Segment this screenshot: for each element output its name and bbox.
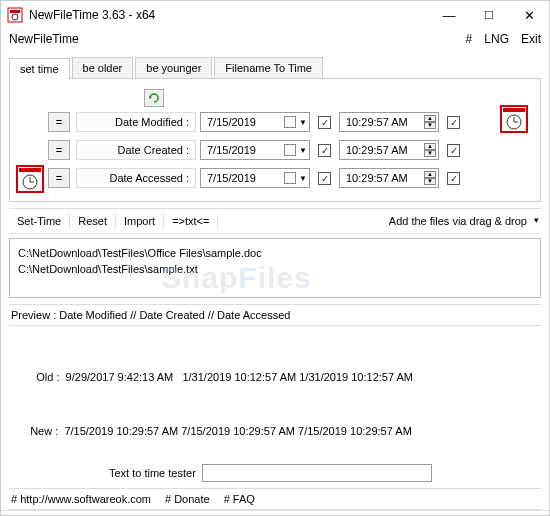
tab-filename-to-time[interactable]: Filename To Time <box>214 57 323 78</box>
list-item[interactable]: C:\NetDownload\TestFiles\sample.txt <box>18 261 532 277</box>
maximize-button[interactable]: ☐ <box>469 1 509 29</box>
tab-be-younger[interactable]: be younger <box>135 57 212 78</box>
menu-lng[interactable]: LNG <box>484 32 509 46</box>
label-created: Date Created : <box>76 140 196 160</box>
preview-new: New : 7/15/2019 10:29:57 AM 7/15/2019 10… <box>21 422 529 440</box>
minimize-button[interactable]: — <box>429 1 469 29</box>
clock-left-icon[interactable] <box>16 165 44 193</box>
txt-button[interactable]: =>txt<= <box>164 213 218 229</box>
import-button[interactable]: Import <box>116 213 164 229</box>
link-faq[interactable]: # FAQ <box>224 493 255 505</box>
text-tester-label: Text to time tester <box>109 467 196 479</box>
menu-app[interactable]: NewFileTime <box>9 32 454 46</box>
calendar-icon[interactable] <box>284 172 296 184</box>
drag-drop-menu[interactable]: Add the files via drag & drop <box>389 215 541 227</box>
preview-old: Old : 9/29/2017 9:42:13 AM 1/31/2019 10:… <box>21 368 529 386</box>
svg-rect-4 <box>19 168 41 172</box>
calendar-icon[interactable] <box>284 144 296 156</box>
eq-created-button[interactable]: = <box>48 140 70 160</box>
eq-modified-button[interactable]: = <box>48 112 70 132</box>
text-tester-input[interactable] <box>202 464 432 482</box>
svg-rect-9 <box>503 108 525 112</box>
close-button[interactable]: ✕ <box>509 1 549 29</box>
list-item[interactable]: C:\NetDownload\TestFiles\Office Files\sa… <box>18 245 532 261</box>
check-accessed-date[interactable]: ✓ <box>318 172 331 185</box>
date-created-input[interactable]: 7/15/2019 ▼ <box>200 140 310 160</box>
date-modified-input[interactable]: 7/15/2019 ▼ <box>200 112 310 132</box>
tab-be-older[interactable]: be older <box>72 57 134 78</box>
app-icon <box>7 7 23 23</box>
preview-header: Preview : Date Modified // Date Created … <box>9 304 541 326</box>
menu-exit[interactable]: Exit <box>521 32 541 46</box>
check-modified-date[interactable]: ✓ <box>318 116 331 129</box>
date-accessed-input[interactable]: 7/15/2019 ▼ <box>200 168 310 188</box>
svg-rect-1 <box>10 10 20 13</box>
reset-button[interactable]: Reset <box>70 213 116 229</box>
file-list[interactable]: C:\NetDownload\TestFiles\Office Files\sa… <box>9 238 541 298</box>
time-created-input[interactable]: 10:29:57 AM ▲▼ <box>339 140 439 160</box>
check-created-time[interactable]: ✓ <box>447 144 460 157</box>
link-site[interactable]: # http://www.softwareok.com <box>11 493 151 505</box>
label-modified: Date Modified : <box>76 112 196 132</box>
refresh-icon[interactable] <box>144 89 164 107</box>
calendar-icon[interactable] <box>284 116 296 128</box>
set-time-button[interactable]: Set-Time <box>9 213 70 229</box>
check-modified-time[interactable]: ✓ <box>447 116 460 129</box>
link-donate[interactable]: # Donate <box>165 493 210 505</box>
clock-right-icon[interactable] <box>500 105 528 133</box>
check-accessed-time[interactable]: ✓ <box>447 172 460 185</box>
time-accessed-input[interactable]: 10:29:57 AM ▲▼ <box>339 168 439 188</box>
menu-hash[interactable]: # <box>466 32 473 46</box>
tab-set-time[interactable]: set time <box>9 58 70 79</box>
label-accessed: Date Accessed : <box>76 168 196 188</box>
check-created-date[interactable]: ✓ <box>318 144 331 157</box>
time-modified-input[interactable]: 10:29:57 AM ▲▼ <box>339 112 439 132</box>
window-title: NewFileTime 3.63 - x64 <box>29 8 429 22</box>
eq-accessed-button[interactable]: = <box>48 168 70 188</box>
